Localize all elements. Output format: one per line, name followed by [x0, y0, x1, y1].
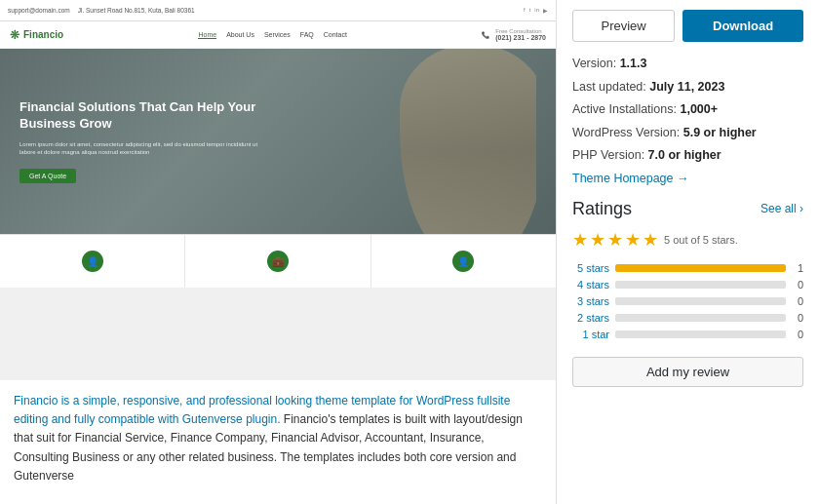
facebook-icon: f: [524, 7, 526, 14]
bar-track-4: [615, 281, 786, 289]
ratings-title: Ratings: [572, 199, 632, 219]
nav-consultation: Free Consultation (021) 231 - 2870: [495, 28, 546, 41]
theme-header-left: support@domain.com Jl. Sunset Road No.81…: [8, 7, 195, 14]
star-count-text: 5 out of 5 stars.: [664, 234, 738, 246]
bar-track-5: [615, 264, 786, 272]
star-4: ★: [625, 229, 641, 251]
hero-content: Financial Solutions That Can Help Your B…: [20, 99, 273, 183]
php-version-label: PHP Version:: [572, 148, 644, 162]
version-label: Version:: [572, 57, 616, 70]
nav-link-services: Services: [264, 31, 291, 39]
theme-homepage-row: Theme Homepage →: [572, 171, 803, 185]
theme-header-bar: support@domain.com Jl. Sunset Road No.81…: [0, 0, 556, 21]
bar-label-1: 1 star: [572, 329, 609, 340]
description-text: Financio is a simple, responsive, and pr…: [14, 394, 523, 483]
star-2: ★: [590, 229, 605, 251]
see-all-link[interactable]: See all ›: [760, 202, 803, 215]
bar-track-2: [615, 314, 786, 322]
hero-person-shape: [400, 49, 536, 234]
last-updated-label: Last updated:: [572, 80, 646, 94]
bar-track-3: [615, 297, 786, 305]
theme-logo: ❊ Financio: [10, 28, 63, 42]
bar-count-2: 0: [792, 312, 803, 324]
logo-text: Financio: [23, 29, 63, 40]
rating-bar-5: 5 stars 1: [572, 262, 803, 274]
bar-label-5: 5 stars: [572, 262, 609, 274]
stars-summary: ★ ★ ★ ★ ★ 5 out of 5 stars.: [572, 229, 803, 251]
wp-version-label: WordPress Version:: [572, 126, 680, 139]
theme-nav: ❊ Financio Home About Us Services FAQ Co…: [0, 21, 556, 49]
stars-row: ★ ★ ★ ★ ★: [572, 229, 658, 251]
logo-icon: ❊: [10, 28, 20, 42]
bar-count-1: 0: [792, 329, 803, 340]
bar-count-5: 1: [792, 262, 803, 274]
see-all-text: See all: [760, 202, 797, 215]
download-button[interactable]: Download: [682, 10, 803, 42]
meta-version: Version: 1.1.3: [572, 56, 803, 73]
rating-bar-2: 2 stars 0: [572, 312, 803, 324]
version-value: 1.1.3: [620, 57, 647, 70]
right-panel: Preview Download Version: 1.1.3 Last upd…: [556, 0, 819, 504]
star-3: ★: [607, 229, 623, 251]
theme-hero: Financial Solutions That Can Help Your B…: [0, 49, 556, 234]
rating-bar-1: 1 star 0: [572, 329, 803, 340]
phone-icon: 📞: [482, 31, 489, 39]
social-icons: f t in ▶: [524, 7, 548, 14]
bar-label-3: 3 stars: [572, 295, 609, 307]
feature-item-2: 💼: [185, 235, 370, 288]
active-installs-value: 1,000+: [680, 102, 718, 116]
feature-icon-1: 👤: [82, 251, 103, 272]
main-layout: support@domain.com Jl. Sunset Road No.81…: [0, 0, 819, 504]
nav-link-faq: FAQ: [300, 31, 314, 39]
left-panel: support@domain.com Jl. Sunset Road No.81…: [0, 0, 556, 504]
last-updated-value: July 11, 2023: [649, 80, 724, 94]
theme-features-row: 👤 💼 👤: [0, 234, 556, 288]
bar-count-4: 0: [792, 279, 803, 291]
bar-label-2: 2 stars: [572, 312, 609, 324]
feature-icon-3: 👤: [452, 251, 474, 272]
nav-link-about: About Us: [226, 31, 254, 39]
hero-cta-button[interactable]: Get A Quote: [20, 169, 76, 183]
hero-person-area: [400, 49, 536, 234]
rating-bar-3: 3 stars 0: [572, 295, 803, 307]
meta-php-version: PHP Version: 7.0 or higher: [572, 147, 803, 165]
rating-bars: 5 stars 1 4 stars 0 3 stars: [572, 262, 803, 340]
theme-nav-links: Home About Us Services FAQ Contact: [198, 31, 346, 39]
feature-item-1: 👤: [0, 235, 185, 288]
action-buttons: Preview Download: [572, 10, 803, 42]
nav-link-contact: Contact: [324, 31, 347, 39]
feature-item-3: 👤: [371, 235, 556, 288]
theme-preview: support@domain.com Jl. Sunset Road No.81…: [0, 0, 556, 380]
theme-homepage-link[interactable]: Theme Homepage →: [572, 172, 689, 185]
hero-title: Financial Solutions That Can Help Your B…: [20, 99, 273, 133]
php-version-value: 7.0 or higher: [648, 148, 722, 162]
instagram-icon: in: [534, 7, 539, 14]
hero-desc: Lorem ipsum dolor sit amet, consectetur …: [20, 140, 273, 157]
rating-bar-4: 4 stars 0: [572, 279, 803, 291]
star-1: ★: [572, 229, 588, 251]
theme-nav-right: 📞 Free Consultation (021) 231 - 2870: [482, 28, 546, 41]
see-all-arrow: ›: [800, 202, 803, 215]
feature-icon-2: 💼: [267, 251, 289, 272]
ratings-header: Ratings See all ›: [572, 199, 803, 219]
twitter-icon: t: [529, 7, 531, 14]
theme-description: Financio is a simple, responsive, and pr…: [0, 380, 556, 485]
bar-track-1: [615, 330, 786, 338]
bar-label-4: 4 stars: [572, 279, 609, 291]
ratings-section: Ratings See all › ★ ★ ★ ★ ★ 5 out of 5 s…: [572, 199, 803, 387]
header-address: Jl. Sunset Road No.815, Kuta, Bali 80361: [78, 7, 195, 14]
bar-count-3: 0: [792, 295, 803, 307]
bar-fill-5: [615, 264, 786, 272]
meta-last-updated: Last updated: July 11, 2023: [572, 79, 803, 97]
active-installs-label: Active Installations:: [572, 102, 677, 116]
meta-active-installs: Active Installations: 1,000+: [572, 101, 803, 119]
youtube-icon: ▶: [543, 7, 548, 14]
preview-button[interactable]: Preview: [572, 10, 675, 42]
wp-version-value: 5.9 or higher: [683, 126, 757, 139]
add-review-button[interactable]: Add my review: [572, 357, 803, 387]
star-5: ★: [643, 229, 658, 251]
nav-link-home: Home: [198, 31, 216, 39]
fake-browser: support@domain.com Jl. Sunset Road No.81…: [0, 0, 556, 380]
nav-phone: (021) 231 - 2870: [495, 34, 546, 41]
meta-wp-version: WordPress Version: 5.9 or higher: [572, 125, 803, 142]
